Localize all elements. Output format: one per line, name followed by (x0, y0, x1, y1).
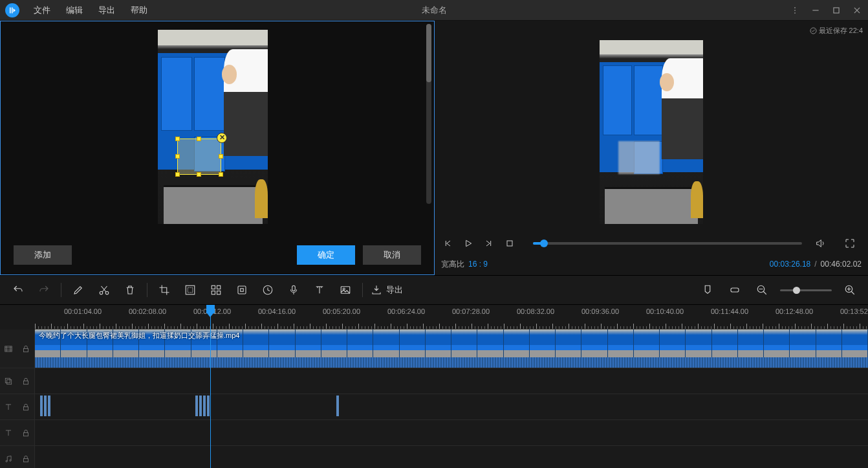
video-clip[interactable]: 今晚约了个大长腿包臀裙美乳御姐，扣逼揉奶口交舔弄猛操.mp4 (35, 329, 868, 368)
text-track-body[interactable] (35, 420, 868, 445)
play-icon[interactable] (461, 236, 476, 251)
resize-handle-bl[interactable] (175, 172, 180, 177)
fit-icon[interactable] (726, 281, 744, 299)
progress-bar[interactable] (533, 242, 802, 245)
zoom-slider[interactable] (780, 289, 832, 291)
svg-point-35 (6, 460, 7, 462)
video-track: 今晚约了个大长腿包臀裙美乳御姐，扣逼揉奶口交舔弄猛操.mp4 (0, 329, 868, 368)
svg-rect-34 (23, 432, 28, 436)
export-button[interactable]: 导出 (371, 284, 403, 296)
minimize-icon[interactable] (810, 5, 821, 16)
selection-remove-icon[interactable]: ✕ (217, 133, 227, 143)
cancel-button[interactable]: 取消 (363, 245, 421, 265)
menu-export[interactable]: 导出 (91, 5, 123, 16)
zoom-out-icon[interactable] (753, 281, 771, 299)
svg-point-2 (794, 7, 796, 8)
svg-rect-6 (834, 7, 839, 12)
ruler-label: 00:12:48.00 (776, 307, 813, 315)
text-marker[interactable] (195, 396, 198, 416)
text-track-body[interactable] (35, 394, 868, 419)
stop-icon[interactable] (502, 236, 517, 251)
resize-handle-tm[interactable] (197, 137, 201, 141)
ruler-label: 00:08:32.00 (517, 307, 554, 315)
undo-icon[interactable] (9, 281, 27, 299)
svg-rect-31 (7, 379, 12, 384)
titlebar: 文件 编辑 导出 帮助 未命名 (0, 0, 868, 21)
lock-icon[interactable] (21, 377, 30, 386)
svg-rect-19 (238, 286, 246, 294)
fullscreen-icon[interactable] (842, 236, 858, 251)
lock-icon[interactable] (21, 344, 30, 353)
picture-icon[interactable] (336, 281, 354, 299)
selection-box[interactable]: ✕ (177, 139, 221, 175)
svg-point-4 (794, 12, 796, 14)
panel-scrollbar[interactable] (426, 24, 431, 204)
prev-frame-icon[interactable] (440, 236, 455, 251)
svg-rect-10 (507, 241, 512, 246)
zoom-thumb[interactable] (793, 287, 800, 294)
text-track-2 (0, 420, 868, 446)
ruler-label: 00:07:28.00 (452, 307, 490, 315)
ruler-label: 00:04:16.00 (258, 307, 296, 315)
volume-icon[interactable] (812, 236, 828, 251)
current-time: 00:03:26.18 (770, 260, 810, 269)
more-icon[interactable] (789, 5, 801, 16)
audio-track (0, 446, 868, 468)
timeline: 00:01:04.0000:02:08.0000:03:12.0000:04:1… (0, 305, 868, 468)
lock-icon[interactable] (21, 429, 30, 438)
svg-rect-29 (23, 348, 28, 351)
audio-track-body[interactable] (35, 446, 868, 468)
confirm-button[interactable]: 确定 (297, 245, 355, 265)
aspect-value[interactable]: 16 : 9 (468, 260, 488, 269)
redo-icon[interactable] (35, 281, 53, 299)
effect-editor-panel: ✕ 添加 确定 取消 (0, 21, 435, 275)
text-marker[interactable] (336, 396, 339, 416)
mosaic-icon[interactable] (181, 281, 199, 299)
svg-rect-22 (292, 285, 296, 291)
cut-icon[interactable] (95, 281, 113, 299)
svg-rect-17 (212, 291, 215, 295)
text-marker[interactable] (48, 396, 50, 416)
delete-icon[interactable] (121, 281, 139, 299)
microphone-icon[interactable] (285, 281, 303, 299)
resize-handle-mr[interactable] (219, 154, 223, 159)
lock-icon[interactable] (21, 454, 30, 463)
text-icon[interactable] (310, 281, 329, 299)
menu-edit[interactable]: 编辑 (58, 5, 91, 16)
svg-rect-32 (23, 381, 28, 384)
menu-help[interactable]: 帮助 (123, 5, 155, 16)
resize-handle-ml[interactable] (175, 154, 180, 159)
text-marker[interactable] (203, 396, 206, 416)
playhead[interactable] (210, 305, 211, 468)
marker-icon[interactable] (699, 281, 717, 299)
progress-thumb[interactable] (540, 240, 548, 247)
resize-handle-br[interactable] (219, 172, 223, 177)
next-frame-icon[interactable] (481, 236, 497, 251)
timeline-ruler[interactable]: 00:01:04.0000:02:08.0000:03:12.0000:04:1… (35, 305, 868, 329)
grid-icon[interactable] (207, 281, 225, 299)
maximize-icon[interactable] (830, 5, 842, 16)
svg-rect-13 (186, 285, 195, 295)
text-track-1 (0, 394, 868, 420)
svg-point-3 (794, 10, 796, 11)
close-icon[interactable] (851, 5, 863, 16)
resize-handle-bm[interactable] (197, 172, 201, 177)
crop-icon[interactable] (155, 281, 173, 299)
resize-handle-tl[interactable] (175, 137, 180, 141)
overlay-track (0, 368, 868, 394)
editor-canvas[interactable]: ✕ (1, 21, 425, 232)
clip-filename: 今晚约了个大长腿包臀裙美乳御姐，扣逼揉奶口交舔弄猛操.mp4 (39, 331, 239, 340)
svg-rect-20 (241, 289, 244, 292)
zoom-in-icon[interactable] (841, 281, 859, 299)
speed-icon[interactable] (259, 281, 277, 299)
text-marker[interactable] (40, 396, 43, 416)
lock-icon[interactable] (21, 403, 30, 412)
pencil-icon[interactable] (69, 281, 87, 299)
text-marker[interactable] (44, 396, 47, 416)
text-marker[interactable] (199, 396, 202, 416)
text-marker[interactable] (207, 396, 210, 416)
add-button[interactable]: 添加 (14, 245, 72, 265)
menu-file[interactable]: 文件 (26, 5, 58, 16)
overlay-track-body[interactable] (35, 368, 868, 394)
freeze-icon[interactable] (233, 281, 251, 299)
